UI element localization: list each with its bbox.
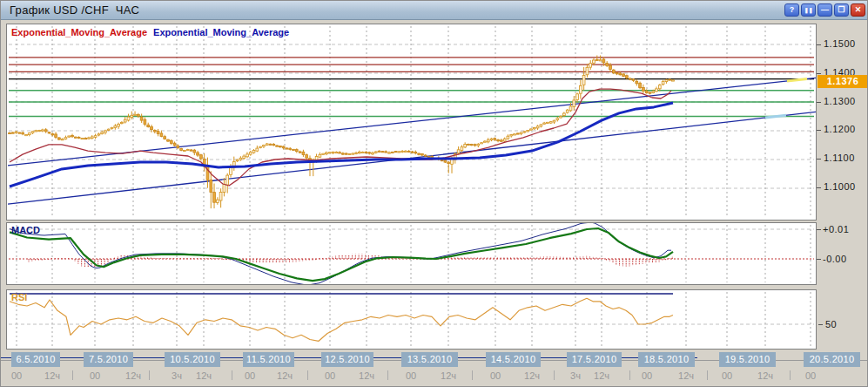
time-label: 00 bbox=[722, 370, 732, 381]
candle-body bbox=[339, 153, 341, 153]
candle-body bbox=[173, 143, 176, 146]
date-badge[interactable]: 20.5.2010 bbox=[804, 352, 860, 367]
titlebar[interactable]: График USD /CHF ЧАС ?❚❚—❐✕ bbox=[1, 1, 868, 20]
time-separator-tick bbox=[149, 370, 150, 380]
date-badge[interactable]: 17.5.2010 bbox=[567, 352, 622, 367]
macd-panel[interactable]: MACD bbox=[6, 222, 817, 285]
candle-body bbox=[118, 125, 120, 127]
candle-body bbox=[468, 144, 470, 145]
candle-body bbox=[510, 135, 513, 136]
candle-body bbox=[516, 133, 519, 134]
candle-body bbox=[226, 175, 229, 185]
candle-body bbox=[536, 126, 539, 128]
candle-body bbox=[381, 152, 384, 153]
close-icon: ✕ bbox=[855, 6, 862, 14]
date-badge[interactable]: 11.5.2010 bbox=[243, 352, 294, 367]
macd-canvas bbox=[7, 223, 816, 284]
candle-body bbox=[441, 160, 443, 161]
candle-body bbox=[22, 132, 24, 134]
candle-body bbox=[619, 73, 622, 75]
macd-main-line bbox=[10, 228, 673, 281]
candle-body bbox=[595, 59, 598, 60]
time-separator-tick bbox=[307, 370, 308, 380]
candle-body bbox=[328, 153, 331, 153]
candle-body bbox=[348, 153, 351, 154]
candle-body bbox=[138, 115, 140, 117]
date-badge[interactable]: 18.5.2010 bbox=[638, 352, 695, 367]
date-badge[interactable]: 19.5.2010 bbox=[719, 352, 776, 367]
candle-body bbox=[556, 119, 559, 120]
price-axis-label: 1.1100 bbox=[824, 153, 855, 163]
price-chart-panel[interactable]: Exponential_Moving_AverageExponential_Mo… bbox=[6, 24, 817, 221]
date-badge[interactable]: 12.5.2010 bbox=[321, 352, 373, 367]
time-separator-tick bbox=[387, 370, 388, 380]
candle-body bbox=[365, 153, 367, 153]
time-separator-tick bbox=[790, 370, 791, 380]
candle-body bbox=[566, 110, 569, 112]
legend-ema-slow: Exponential_Moving_Average bbox=[153, 27, 289, 37]
date-badge[interactable]: 10.5.2010 bbox=[165, 352, 220, 367]
date-badge[interactable]: 13.5.2010 bbox=[401, 352, 458, 367]
candle-body bbox=[259, 146, 262, 147]
candle-body bbox=[282, 146, 285, 148]
time-separator-tick bbox=[72, 370, 73, 380]
macd-signal-line bbox=[10, 223, 671, 284]
date-badge[interactable]: 7.5.2010 bbox=[84, 352, 133, 367]
help-button[interactable]: ? bbox=[784, 3, 799, 17]
time-label: 00 bbox=[490, 370, 501, 381]
candle-body bbox=[514, 134, 516, 135]
macd-axis-tick bbox=[817, 259, 821, 260]
candle-body bbox=[177, 146, 179, 147]
pause-button[interactable]: ❚❚ bbox=[801, 3, 816, 17]
candle-body bbox=[256, 148, 259, 151]
candle-body bbox=[335, 153, 338, 153]
candle-body bbox=[355, 153, 358, 153]
candle-body bbox=[289, 148, 292, 149]
price-axis-tick bbox=[817, 73, 821, 74]
candle-body bbox=[151, 126, 153, 129]
time-label: 3ч bbox=[570, 370, 581, 381]
candle-body bbox=[25, 135, 28, 136]
time-label: 12ч bbox=[594, 370, 609, 381]
price-axis-label: 1.1200 bbox=[824, 124, 856, 134]
pause-icon: ❚❚ bbox=[804, 8, 812, 13]
price-axis-tick bbox=[817, 102, 821, 103]
time-separator-tick bbox=[629, 370, 630, 380]
candle-body bbox=[474, 145, 476, 146]
candle-body bbox=[602, 59, 605, 63]
candle-body bbox=[210, 180, 212, 192]
candle-body bbox=[643, 88, 645, 92]
price-axis-label: 1.1500 bbox=[824, 38, 856, 49]
minimize-button[interactable]: — bbox=[818, 3, 832, 17]
candle-body bbox=[368, 153, 371, 153]
candle-body bbox=[266, 144, 268, 145]
candle-body bbox=[273, 145, 275, 146]
candle-body bbox=[593, 60, 595, 63]
candle-body bbox=[68, 136, 71, 137]
time-separator-tick bbox=[472, 370, 473, 380]
date-badge[interactable]: 14.5.2010 bbox=[486, 352, 541, 367]
restore-button[interactable]: ❐ bbox=[834, 3, 849, 17]
candle-body bbox=[352, 153, 354, 154]
date-badge[interactable]: 6.5.2010 bbox=[11, 352, 60, 367]
candle-body bbox=[243, 156, 246, 159]
candle-body bbox=[219, 193, 222, 201]
candle-body bbox=[606, 64, 609, 66]
price-axis-tick bbox=[817, 187, 821, 188]
candle-body bbox=[216, 200, 219, 202]
candle-body bbox=[563, 113, 566, 116]
candle-body bbox=[326, 153, 328, 154]
time-label: 12ч bbox=[441, 370, 456, 381]
rsi-panel[interactable]: RSI bbox=[6, 289, 817, 350]
candle-body bbox=[342, 153, 345, 154]
candle-body bbox=[576, 94, 579, 100]
price-chart-canvas bbox=[7, 24, 816, 220]
candle-body bbox=[503, 139, 506, 141]
candle-body bbox=[616, 72, 618, 74]
close-button[interactable]: ✕ bbox=[851, 3, 865, 17]
candle-body bbox=[464, 145, 467, 147]
candle-body bbox=[533, 128, 535, 129]
price-axis-label: 1.1300 bbox=[824, 96, 856, 106]
candle-body bbox=[457, 150, 460, 153]
time-label: 00 bbox=[805, 370, 816, 381]
